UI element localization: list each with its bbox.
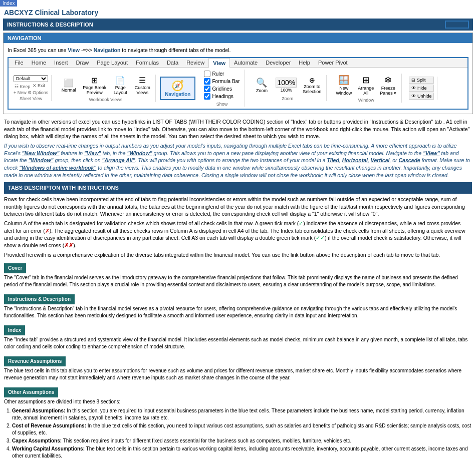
tab-file[interactable]: File [11,58,28,67]
freeze-panes-btn[interactable]: ❄ FreezePanes ▾ [378,74,398,97]
navigation-ribbon-btn[interactable]: 🧭 Navigation [160,77,195,100]
options-btn[interactable]: ⚙ Options [28,90,49,95]
tab-formulas[interactable]: Formulas [132,58,163,67]
tab-review[interactable]: Review [182,58,208,67]
zoom-selection-btn[interactable]: ⊕ Zoom toSelection [301,75,323,95]
window-text: "Window" [127,150,152,156]
show-group: Ruler Formula Bar Gridlines Headings Sho… [199,70,245,107]
normal-btn[interactable]: ⬜ Normal [59,77,79,94]
index-tab-title: Index [4,325,25,335]
ruler-checkbox[interactable] [204,71,210,77]
para-1: To navigate in other versions of excel y… [4,118,472,140]
instructions-header: INSTRUCTIONS & DESCRIPTION [3,19,473,31]
sheet-view-label: Sheet View [20,96,42,101]
tabs-para-3: Provided herewith is a comprehensive exp… [4,251,472,259]
split-btn[interactable]: ⊟ Split [409,77,434,84]
zoom-group: 🔍 Zoom 100% 100% ⊕ Zoom toSelection Zoom [249,75,327,101]
arrange-all-btn[interactable]: ⊞ ArrangeAll [356,74,376,97]
tabs-para-2: Column A of the each tab is designated f… [4,220,472,249]
tab-page-layout[interactable]: Page Layout [93,58,132,67]
assumption-2: Cost of Revenue Assumptions: In the blue… [12,422,472,436]
revenue-tab-title: Revenue Assumptions [4,356,66,366]
green-check: ✓ [299,220,303,226]
tiled-text: Tiled [327,157,339,163]
formula-bar-check[interactable]: Formula Bar [204,78,240,85]
instructions-tab-title: Instructions & Description [4,294,75,304]
tab-power-pivot[interactable]: Power Pivot [314,58,352,67]
cover-tab-desc: The "Cover" tab in the financial model s… [4,274,472,288]
tab-draw[interactable]: Draw [72,58,93,67]
ruler-check[interactable]: Ruler [204,71,240,77]
gridlines-check[interactable]: Gridlines [204,86,240,92]
tab-help[interactable]: Help [295,58,314,67]
tab-revenue: Revenue Assumptions The blue text cells … [4,354,472,381]
para-2: If you wish to observe real-time changes… [4,142,472,179]
navigation-header: NAVIGATION [4,33,472,43]
tab-other-assumptions: Other Assumptions Other assumptions are … [4,385,472,459]
tab-cover: Cover The "Cover" tab in the financial m… [4,261,472,288]
tab-view[interactable]: View [208,58,230,68]
cover-tab-title: Cover [4,263,26,273]
custom-views-btn[interactable]: ☰ CustomViews [132,75,152,96]
windows-active-text: "Windows of active workbook" [19,165,96,171]
sheet-view-group: Default ☷ Keep ✕ Exit + New ⚙ Options Sh… [11,75,52,101]
navigation-content: In Excel 365 you can use View -=>> Navig… [4,43,472,114]
arrange-all-text: "Arrange All" [102,157,135,163]
assumption-3: Capex Assumptions: This section requires… [12,437,472,444]
keep-btn[interactable]: ☷ Keep [14,83,32,90]
other-assumptions-tab-title: Other Assumptions [4,387,58,397]
navigation-label: Navigation [94,47,121,53]
assumption-list: General Assumptions: In this section, yo… [4,407,472,459]
tab-insert[interactable]: Insert [50,58,72,67]
page-layout-btn[interactable]: 📄 PageLayout [110,75,130,96]
show-label: Show [216,102,228,107]
red-cross: ✗ [45,228,50,234]
tab-developer[interactable]: Developer [262,58,295,67]
tab-home[interactable]: Home [28,58,50,67]
sheet-view-dropdown[interactable]: Default [14,75,48,82]
tabs-header: TABS DESCRIPTON WITH INSTRUCTIONS [4,182,472,194]
headings-check[interactable]: Headings [204,93,240,100]
tab-automate[interactable]: Automate [230,58,262,67]
new-btn[interactable]: + New [14,90,27,95]
new-window-btn[interactable]: 🪟 NewWindow [334,74,354,97]
assumption-4: Working Capital Assumptions: The blue te… [12,445,472,459]
double-red-cross: ✗✗ [64,242,73,248]
assumption-1: General Assumptions: In this section, yo… [12,407,472,421]
tabs-para-1: Rows for check cells have been incorpora… [4,196,472,218]
ribbon-tab-bar: File Home Insert Draw Page Layout Formul… [9,58,467,68]
workbook-views-label: Workbook Views [89,97,122,102]
cascade-text: Cascade [399,157,420,163]
unhide-btn[interactable]: 👁 Unhide [409,93,434,100]
ribbon-body: Default ☷ Keep ✕ Exit + New ⚙ Options Sh… [9,68,467,109]
window-label: Window [358,98,374,103]
other-assumptions-tab-desc: Other assumptions are divided into these… [4,398,472,405]
new-window-text: "New Window" [22,150,60,156]
window-text2: "Window" [28,157,53,163]
page-break-preview-btn[interactable]: ⊞ Page BreakPreview [81,75,108,96]
app-title: ABCXYZ Clinical Laboratory [0,7,476,19]
vertical-text: Vertical [371,157,390,163]
excel-ribbon: File Home Insert Draw Page Layout Formul… [8,57,468,110]
index-badge: Index [0,0,17,7]
workbook-views-group: ⬜ Normal ⊞ Page BreakPreview 📄 PageLayou… [56,75,156,102]
main-content: To navigate in other versions of excel y… [0,116,476,459]
zoom-label: Zoom [282,96,293,101]
instructions-tab-desc: The "Instructions & Description" tab in … [4,305,472,319]
formula-bar-checkbox[interactable] [204,78,210,85]
window-group: 🪟 NewWindow ⊞ ArrangeAll ❄ FreezePanes ▾… [331,74,402,103]
tab-instructions: Instructions & Description The "Instruct… [4,292,472,319]
hide-btn[interactable]: 👁 Hide [409,85,434,92]
zoom-100-btn[interactable]: 100% 100% [274,77,299,94]
view-label: View [68,47,80,53]
zoom-btn[interactable]: 🔍 Zoom [252,76,272,94]
revenue-tab-desc: The blue text cells in this tab allows y… [4,367,472,381]
tabs-section: TABS DESCRIPTON WITH INSTRUCTIONS Rows f… [4,182,472,460]
view-text: "View" [84,150,101,156]
headings-checkbox[interactable] [204,93,210,100]
tab-data[interactable]: Data [163,58,182,67]
exit-btn[interactable]: ✕ Exit [33,83,46,90]
horizontal-text: Horizontal [342,157,368,163]
show-checks: Ruler Formula Bar Gridlines Headings [204,70,240,101]
gridlines-checkbox[interactable] [204,86,210,92]
